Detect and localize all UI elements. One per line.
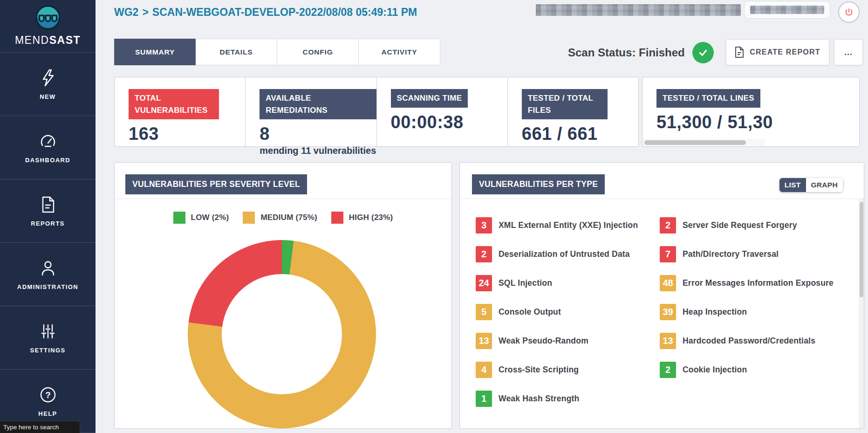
stat-tested-total-files: TESTED / TOTAL FILES 661 / 661 bbox=[508, 77, 638, 146]
vuln-type-item[interactable]: 4Cross-Site Scripting bbox=[476, 362, 660, 378]
count-badge: 13 bbox=[476, 333, 492, 349]
main-content: WG2>SCAN-WEBGOAT-DEVELOP-2022/08/08 05:4… bbox=[96, 0, 868, 433]
sidebar-item-label: NEW bbox=[40, 93, 56, 100]
scan-status: Scan Status: Finished bbox=[568, 41, 714, 64]
sidebar-item-new[interactable]: NEW bbox=[0, 53, 96, 116]
stat-title-badge: TOTAL VULNERABILITIES bbox=[129, 89, 219, 119]
vuln-type-item[interactable]: 1Weak Hash Strength bbox=[476, 391, 660, 407]
power-icon bbox=[843, 7, 854, 18]
stat-value: 00:00:38 bbox=[391, 112, 507, 132]
vuln-type-item[interactable]: 2Deserialization of Untrusted Data bbox=[476, 246, 660, 262]
panel-divider bbox=[460, 199, 864, 199]
person-icon bbox=[39, 259, 57, 277]
severity-panel: VULNERABILITIES PER SEVERITY LEVEL LOW (… bbox=[114, 162, 452, 429]
legend-label: LOW (2%) bbox=[191, 213, 229, 222]
panel-divider bbox=[115, 199, 451, 199]
horizontal-scrollbar[interactable] bbox=[643, 139, 765, 146]
question-icon: ? bbox=[39, 385, 57, 404]
count-badge: 1 bbox=[476, 391, 492, 407]
legend-item: MEDIUM (75%) bbox=[243, 212, 317, 224]
vuln-type-item[interactable]: 48Error Messages Information Exposure bbox=[660, 275, 836, 291]
more-actions-button[interactable]: ... bbox=[834, 39, 863, 65]
redacted-org-selector[interactable] bbox=[744, 1, 830, 19]
vuln-type-label: Console Output bbox=[499, 307, 561, 317]
svg-text:?: ? bbox=[45, 390, 51, 400]
sidebar-item-settings[interactable]: SETTINGS bbox=[0, 306, 96, 370]
count-badge: 39 bbox=[660, 304, 676, 320]
mend-logo-icon bbox=[26, 5, 70, 30]
breadcrumb-root-link[interactable]: WG2 bbox=[114, 6, 138, 18]
sidebar-item-label: REPORTS bbox=[31, 220, 65, 227]
vuln-type-label: Weak Hash Strength bbox=[499, 394, 579, 404]
vuln-type-label: SQL Injection bbox=[499, 278, 552, 288]
tab-activity[interactable]: ACTIVITY bbox=[359, 39, 440, 65]
vuln-type-item[interactable]: 7Path/Directory Traversal bbox=[660, 246, 836, 262]
sidebar-item-administration[interactable]: ADMINISTRATION bbox=[0, 243, 96, 306]
tab-config[interactable]: CONFIG bbox=[277, 39, 359, 65]
tab-details[interactable]: DETAILS bbox=[196, 39, 277, 65]
severity-legend: LOW (2%)MEDIUM (75%)HIGH (23%) bbox=[115, 212, 451, 224]
vuln-type-label: XML External Entity (XXE) Injection bbox=[499, 220, 638, 230]
sidebar-item-dashboard[interactable]: DASHBOARD bbox=[0, 116, 96, 179]
gauge-icon bbox=[39, 132, 57, 151]
types-panel-title: VULNERABILITIES PER TYPE bbox=[472, 174, 605, 194]
vuln-type-label: Hardcoded Password/Credentials bbox=[683, 336, 815, 346]
toggle-graph[interactable]: GRAPH bbox=[806, 178, 843, 192]
brand-name: MENDSAST bbox=[15, 34, 81, 47]
count-badge: 24 bbox=[476, 275, 492, 291]
stat-title-badge: TESTED / TOTAL LINES bbox=[656, 89, 760, 108]
legend-swatch bbox=[331, 212, 343, 224]
taskbar-search-tooltip: Type here to search bbox=[0, 421, 80, 433]
vuln-type-item[interactable]: 2Cookie Injection bbox=[660, 362, 836, 378]
vuln-type-item[interactable]: 39Heap Inspection bbox=[660, 304, 836, 320]
breadcrumb-separator: > bbox=[142, 6, 148, 18]
count-badge: 3 bbox=[476, 217, 492, 234]
sliders-icon bbox=[39, 322, 57, 341]
vertical-scrollbar[interactable] bbox=[859, 199, 864, 428]
vuln-type-label: Heap Inspection bbox=[683, 307, 747, 317]
vuln-type-item[interactable]: 24SQL Injection bbox=[476, 275, 660, 291]
vuln-type-item[interactable]: 13Hardcoded Password/Credentials bbox=[660, 333, 836, 349]
app-screen: MENDSAST NEW DASHBOARD REPORTS bbox=[0, 0, 868, 433]
stat-value: 163 bbox=[129, 124, 245, 144]
tab-summary[interactable]: SUMMARY bbox=[114, 39, 196, 65]
legend-label: HIGH (23%) bbox=[349, 213, 393, 222]
vuln-type-list: 3XML External Entity (XXE) Injection2Ser… bbox=[476, 211, 836, 413]
create-report-button[interactable]: CREATE REPORT bbox=[726, 39, 829, 65]
scan-stats-row: TOTAL VULNERABILITIES 163 AVAILABLE REME… bbox=[114, 77, 639, 147]
vuln-type-label: Deserialization of Untrusted Data bbox=[499, 249, 630, 259]
breadcrumb: WG2>SCAN-WEBGOAT-DEVELOP-2022/08/08 05:4… bbox=[114, 6, 417, 19]
toggle-list[interactable]: LIST bbox=[779, 178, 806, 192]
vuln-type-label: Error Messages Information Exposure bbox=[683, 278, 834, 288]
vuln-type-item[interactable]: 2Server Side Request Forgery bbox=[660, 217, 836, 234]
legend-label: MEDIUM (75%) bbox=[260, 213, 317, 222]
count-badge: 48 bbox=[660, 275, 676, 291]
legend-item: LOW (2%) bbox=[173, 212, 229, 224]
vuln-type-label: Cross-Site Scripting bbox=[499, 365, 579, 375]
severity-donut-chart bbox=[188, 240, 376, 428]
legend-item: HIGH (23%) bbox=[331, 212, 393, 224]
types-panel: VULNERABILITIES PER TYPE LIST GRAPH 3XML… bbox=[459, 162, 864, 429]
breadcrumb-current-scan[interactable]: SCAN-WEBGOAT-DEVELOP-2022/08/08 05:49:11… bbox=[152, 6, 417, 18]
vuln-type-item[interactable]: 13Weak Pseudo-Random bbox=[476, 333, 660, 349]
vuln-type-item[interactable]: 3XML External Entity (XXE) Injection bbox=[476, 217, 660, 234]
scrollbar-thumb[interactable] bbox=[644, 140, 746, 145]
count-badge: 7 bbox=[660, 246, 676, 262]
stat-value: 661 / 661 bbox=[522, 124, 638, 144]
list-graph-toggle: LIST GRAPH bbox=[779, 178, 843, 192]
scan-tabs: SUMMARY DETAILS CONFIG ACTIVITY bbox=[114, 39, 440, 65]
count-badge: 2 bbox=[660, 362, 676, 378]
stat-available-remediations: AVAILABLE REMEDIATIONS 8 mending 11 vuln… bbox=[246, 77, 376, 146]
logout-power-button[interactable] bbox=[838, 1, 860, 23]
stat-title-badge: SCANNING TIME bbox=[391, 89, 468, 108]
scrollbar-thumb[interactable] bbox=[860, 202, 863, 297]
report-file-icon bbox=[735, 47, 744, 58]
vuln-type-item[interactable]: 5Console Output bbox=[476, 304, 660, 320]
sidebar-item-label: HELP bbox=[38, 410, 57, 417]
count-badge: 5 bbox=[476, 304, 492, 320]
lightning-icon bbox=[39, 69, 57, 87]
scan-status-text: Scan Status: Finished bbox=[568, 46, 685, 59]
stat-title-badge: AVAILABLE REMEDIATIONS bbox=[260, 89, 376, 119]
stat-total-vulnerabilities: TOTAL VULNERABILITIES 163 bbox=[115, 77, 246, 146]
sidebar-item-reports[interactable]: REPORTS bbox=[0, 179, 96, 243]
